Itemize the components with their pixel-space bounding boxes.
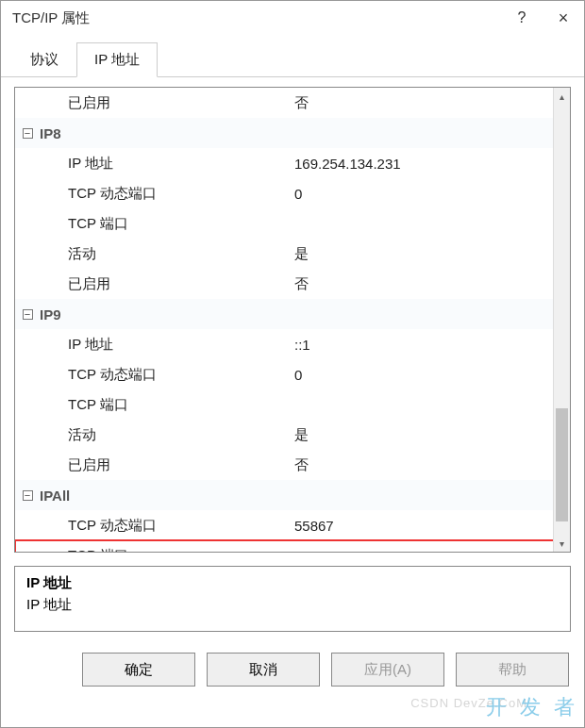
property-rows: 已启用否−IP8IP 地址169.254.134.231TCP 动态端口0TCP… (15, 88, 570, 552)
property-label: 已启用 (40, 456, 294, 474)
ok-button[interactable]: 确定 (82, 653, 195, 687)
property-label: TCP 端口 (40, 547, 294, 553)
collapse-toggle[interactable]: − (15, 490, 40, 501)
titlebar: TCP/IP 属性 ? × (1, 1, 584, 35)
property-row[interactable]: TCP 端口 (15, 208, 570, 239)
property-grid: 已启用否−IP8IP 地址169.254.134.231TCP 动态端口0TCP… (14, 87, 571, 553)
property-row[interactable]: 已启用否 (15, 88, 570, 118)
property-label: TCP 端口 (40, 396, 294, 414)
property-label: TCP 动态端口 (40, 366, 294, 384)
collapse-icon: − (23, 490, 33, 501)
property-row[interactable]: 活动是 (15, 239, 570, 269)
property-label: 已启用 (40, 275, 294, 293)
property-value[interactable]: 是 (294, 245, 551, 263)
property-label: 活动 (40, 245, 294, 263)
property-row[interactable]: 已启用否 (15, 450, 570, 480)
property-row[interactable]: 活动是 (15, 420, 570, 450)
group-label: IPAll (40, 488, 551, 504)
property-label: TCP 动态端口 (40, 517, 294, 535)
vertical-scrollbar[interactable]: ▴ ▾ (553, 88, 570, 552)
collapse-toggle[interactable]: − (15, 128, 40, 139)
group-label: IP9 (40, 306, 551, 323)
property-label: 活动 (40, 426, 294, 444)
property-row[interactable]: TCP 动态端口55867 (15, 510, 570, 540)
group-header[interactable]: −IP9 (15, 299, 570, 329)
property-row[interactable]: IP 地址169.254.134.231 (15, 148, 570, 178)
scrollbar-thumb[interactable] (556, 408, 568, 521)
property-row[interactable]: TCP 端口 (15, 389, 570, 420)
property-row[interactable]: TCP 端口1433 (15, 540, 570, 552)
description-title: IP 地址 (26, 574, 559, 592)
property-value[interactable]: 0 (294, 186, 551, 202)
tab-ip-address[interactable]: IP 地址 (76, 42, 158, 77)
tab-bar: 协议 IP 地址 (1, 35, 584, 77)
property-row[interactable]: TCP 动态端口0 (15, 178, 570, 208)
description-text: IP 地址 (26, 596, 559, 614)
property-value[interactable]: 否 (294, 94, 551, 112)
property-label: TCP 端口 (40, 215, 294, 233)
property-value[interactable]: 55867 (294, 518, 551, 534)
tab-protocol[interactable]: 协议 (12, 42, 76, 77)
dialog-window: TCP/IP 属性 ? × 协议 IP 地址 已启用否−IP8IP 地址169.… (0, 0, 585, 728)
property-value[interactable]: 0 (294, 367, 551, 383)
property-label: IP 地址 (40, 155, 294, 173)
group-header[interactable]: −IPAll (15, 480, 570, 510)
property-value[interactable]: 1433 (294, 548, 551, 553)
button-bar: 确定 取消 应用(A) 帮助 (1, 632, 584, 702)
property-label: 已启用 (40, 94, 294, 112)
property-value[interactable]: 是 (294, 426, 551, 444)
content-area: 已启用否−IP8IP 地址169.254.134.231TCP 动态端口0TCP… (1, 77, 584, 632)
group-label: IP8 (40, 125, 551, 141)
property-value[interactable]: ::1 (294, 337, 551, 353)
scroll-up-icon[interactable]: ▴ (554, 88, 570, 105)
collapse-toggle[interactable]: − (15, 309, 40, 320)
cancel-button[interactable]: 取消 (207, 653, 320, 687)
property-value[interactable]: 否 (294, 275, 551, 293)
group-header[interactable]: −IP8 (15, 118, 570, 148)
scroll-down-icon[interactable]: ▾ (554, 535, 570, 552)
property-value[interactable]: 否 (294, 456, 551, 474)
property-value[interactable]: 169.254.134.231 (294, 156, 551, 172)
property-label: TCP 动态端口 (40, 185, 294, 203)
collapse-icon: − (23, 128, 33, 139)
close-button[interactable]: × (543, 1, 584, 35)
help-dialog-button[interactable]: 帮助 (456, 653, 569, 687)
help-button[interactable]: ? (501, 1, 543, 35)
description-panel: IP 地址 IP 地址 (14, 566, 571, 632)
window-title: TCP/IP 属性 (12, 9, 501, 27)
apply-button[interactable]: 应用(A) (331, 653, 444, 687)
property-row[interactable]: IP 地址::1 (15, 329, 570, 359)
property-row[interactable]: TCP 动态端口0 (15, 359, 570, 389)
property-label: IP 地址 (40, 336, 294, 354)
collapse-icon: − (23, 309, 33, 320)
property-row[interactable]: 已启用否 (15, 269, 570, 299)
